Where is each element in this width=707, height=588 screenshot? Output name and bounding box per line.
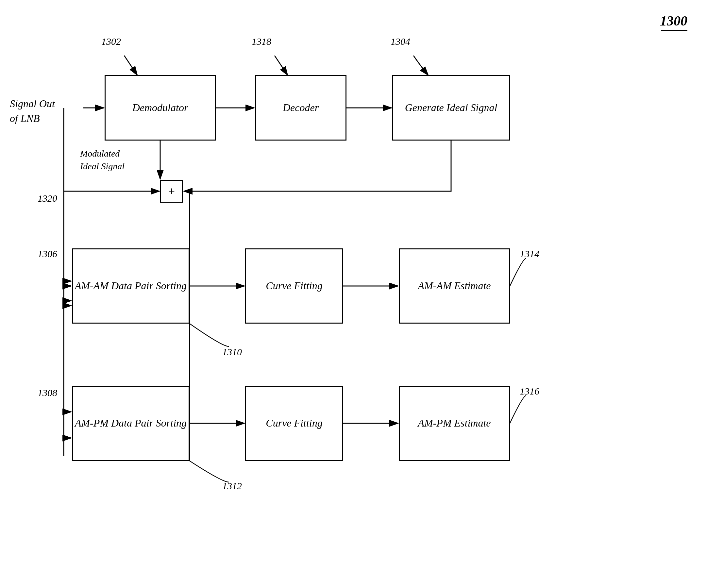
decoder-box: Decoder	[255, 75, 346, 141]
ref-1310: 1310	[222, 346, 242, 357]
curve-fitting-1-box: Curve Fitting	[245, 248, 343, 323]
ref-1316: 1316	[520, 386, 539, 397]
plus-box: +	[160, 180, 183, 203]
modulated-ideal-label: Modulated Ideal Signal	[80, 147, 125, 173]
plus-label: +	[168, 184, 175, 198]
ref-1302: 1302	[101, 36, 121, 47]
generate-ideal-box: Generate Ideal Signal	[392, 75, 510, 141]
ref-1320: 1320	[38, 193, 57, 204]
curve-fitting-2-box: Curve Fitting	[245, 386, 343, 461]
am-am-sort-box: AM-AM Data Pair Sorting	[72, 248, 190, 323]
ref-1312: 1312	[222, 481, 242, 492]
ref-1308: 1308	[38, 387, 57, 399]
ref-1314: 1314	[520, 248, 539, 260]
am-pm-estimate-box: AM-PM Estimate	[399, 386, 510, 461]
am-pm-sort-box: AM-PM Data Pair Sorting	[72, 386, 190, 461]
signal-out-label: Signal Out of LNB	[10, 96, 55, 126]
ref-1304: 1304	[391, 36, 410, 47]
figure-number: 1300	[660, 13, 687, 29]
diagram: 1300 Demodulator Decoder Generate Ideal …	[0, 0, 707, 588]
ref-1318: 1318	[252, 36, 271, 47]
demodulator-box: Demodulator	[105, 75, 216, 141]
ref-1306: 1306	[38, 248, 57, 260]
am-am-estimate-box: AM-AM Estimate	[399, 248, 510, 323]
